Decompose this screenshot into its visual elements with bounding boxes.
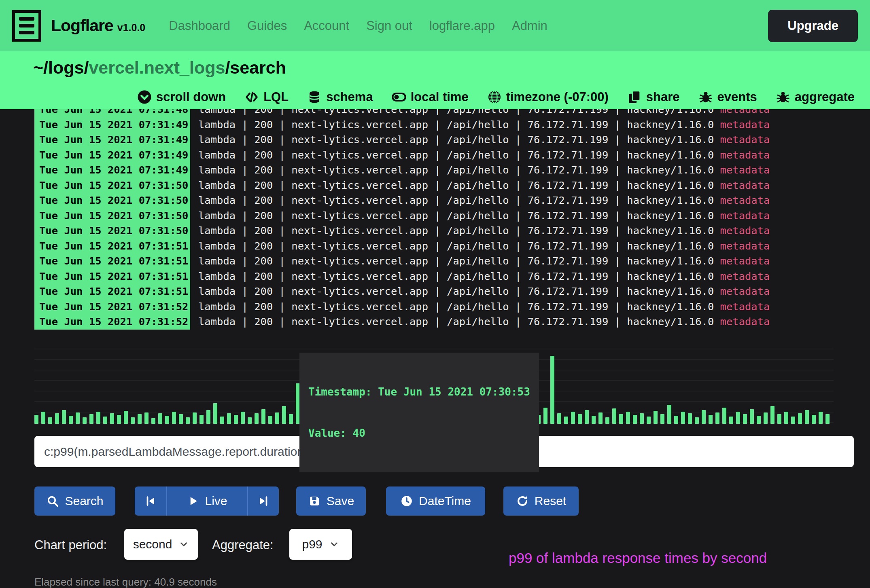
log-row[interactable]: Tue Jun 15 2021 07:31:49lambda | 200 | n… — [34, 117, 840, 133]
log-timestamp: Tue Jun 15 2021 07:31:50 — [34, 178, 190, 193]
chart-period-value: second — [133, 537, 172, 551]
nav-link-sign-out[interactable]: Sign out — [366, 19, 412, 33]
log-row[interactable]: Tue Jun 15 2021 07:31:50lambda | 200 | n… — [34, 178, 840, 193]
chart-bar — [213, 403, 217, 424]
log-row-body: lambda | 200 | next-lytics.vercel.app | … — [198, 163, 770, 178]
log-timestamp: Tue Jun 15 2021 07:31:50 — [34, 223, 190, 239]
log-row[interactable]: Tue Jun 15 2021 07:31:51lambda | 200 | n… — [34, 284, 840, 299]
nav-link-guides[interactable]: Guides — [247, 19, 287, 33]
chart-bar — [660, 414, 664, 424]
reset-button[interactable]: Reset — [503, 486, 579, 516]
chart-bar — [709, 415, 713, 424]
log-row[interactable]: Tue Jun 15 2021 07:31:49lambda | 200 | n… — [34, 163, 840, 178]
chart-bar — [825, 414, 830, 424]
nav-link-dashboard[interactable]: Dashboard — [169, 19, 230, 33]
toolbar-item-schema[interactable]: schema — [307, 90, 373, 104]
logflare-logo-icon[interactable] — [12, 10, 41, 42]
log-row[interactable]: Tue Jun 15 2021 07:31:50lambda | 200 | n… — [34, 208, 840, 224]
chart-tooltip: Timestamp: Tue Jun 15 2021 07:30:53 Valu… — [299, 353, 539, 472]
toolbar-item-aggregate[interactable]: aggregate — [776, 90, 855, 104]
toolbar-item-scroll-down[interactable]: scroll down — [137, 90, 226, 104]
metadata-link[interactable]: metadata — [720, 240, 770, 252]
skip-to-start-button[interactable] — [135, 486, 166, 516]
nav-link-admin[interactable]: Admin — [512, 19, 547, 33]
metadata-link[interactable]: metadata — [720, 179, 770, 191]
chart-bar — [784, 412, 788, 424]
chart-bar — [206, 410, 210, 424]
metadata-link[interactable]: metadata — [720, 109, 770, 115]
metadata-link[interactable]: metadata — [720, 270, 770, 282]
chart-bar — [41, 412, 45, 424]
log-timestamp: Tue Jun 15 2021 07:31:48 — [34, 109, 190, 117]
chart-bar — [743, 414, 747, 424]
search-toolbar: scroll downLQLschemalocal timetimezone (… — [137, 90, 855, 104]
chart-bar — [812, 415, 816, 424]
nav-link-logflare-app[interactable]: logflare.app — [429, 19, 495, 33]
log-timestamp: Tue Jun 15 2021 07:31:51 — [34, 284, 190, 299]
live-button[interactable]: Live — [166, 486, 247, 516]
log-row[interactable]: Tue Jun 15 2021 07:31:51lambda | 200 | n… — [34, 269, 840, 284]
log-row-body: lambda | 200 | next-lytics.vercel.app | … — [198, 284, 770, 299]
log-row[interactable]: Tue Jun 15 2021 07:31:52lambda | 200 | n… — [34, 314, 840, 330]
search-icon — [46, 495, 59, 508]
chart-bar — [543, 408, 547, 424]
metadata-link[interactable]: metadata — [720, 315, 770, 328]
upgrade-button[interactable]: Upgrade — [768, 10, 858, 42]
toolbar-item-share[interactable]: share — [627, 90, 680, 104]
metadata-link[interactable]: metadata — [720, 133, 770, 146]
breadcrumb-source[interactable]: vercel.next_logs — [89, 58, 225, 77]
log-row[interactable]: Tue Jun 15 2021 07:31:51lambda | 200 | n… — [34, 239, 840, 254]
log-row[interactable]: Tue Jun 15 2021 07:31:50lambda | 200 | n… — [34, 193, 840, 208]
log-row-body: lambda | 200 | next-lytics.vercel.app | … — [198, 117, 770, 133]
search-button[interactable]: Search — [34, 486, 115, 516]
chart-bar — [179, 414, 183, 424]
log-row[interactable]: Tue Jun 15 2021 07:31:50lambda | 200 | n… — [34, 223, 840, 239]
log-timestamp: Tue Jun 15 2021 07:31:51 — [34, 254, 190, 269]
log-row[interactable]: Tue Jun 15 2021 07:31:52lambda | 200 | n… — [34, 299, 840, 315]
toolbar-item-lql[interactable]: LQL — [244, 90, 289, 104]
metadata-link[interactable]: metadata — [720, 300, 770, 313]
metadata-link[interactable]: metadata — [720, 118, 770, 131]
chart-bar — [688, 413, 692, 424]
toolbar-item-timezone-07-00[interactable]: timezone (-07:00) — [487, 90, 609, 104]
chart-bar — [199, 415, 204, 424]
chart-bar — [151, 418, 155, 424]
metadata-link[interactable]: metadata — [720, 149, 770, 161]
log-row-body: lambda | 200 | next-lytics.vercel.app | … — [198, 193, 770, 208]
log-row[interactable]: Tue Jun 15 2021 07:31:48lambda | 200 | n… — [34, 109, 840, 117]
live-button-group: Live — [135, 486, 279, 516]
toolbar-item-label: events — [717, 90, 757, 104]
log-row[interactable]: Tue Jun 15 2021 07:31:51lambda | 200 | n… — [34, 254, 840, 269]
globe-icon — [487, 90, 502, 104]
metadata-link[interactable]: metadata — [720, 194, 770, 206]
chart-bar — [798, 413, 802, 424]
aggregate-select[interactable]: p99 — [289, 529, 352, 560]
breadcrumb-prefix: ~/logs/ — [33, 58, 89, 77]
chart-bar — [255, 413, 259, 424]
metadata-link[interactable]: metadata — [720, 209, 770, 222]
chart-bar — [667, 405, 671, 424]
metadata-link[interactable]: metadata — [720, 164, 770, 176]
chart-bar — [268, 416, 272, 424]
log-row[interactable]: Tue Jun 15 2021 07:31:49lambda | 200 | n… — [34, 148, 840, 163]
save-button[interactable]: Save — [296, 486, 366, 516]
toolbar-item-local-time[interactable]: local time — [392, 90, 469, 104]
skip-to-end-button[interactable] — [247, 486, 279, 516]
toolbar-item-events[interactable]: events — [698, 90, 757, 104]
metadata-link[interactable]: metadata — [720, 285, 770, 297]
metadata-link[interactable]: metadata — [720, 255, 770, 267]
log-row[interactable]: Tue Jun 15 2021 07:31:49lambda | 200 | n… — [34, 132, 840, 148]
chart-bar — [220, 417, 224, 424]
log-row-body: lambda | 200 | next-lytics.vercel.app | … — [198, 269, 770, 284]
chart-bar — [248, 417, 252, 424]
chart-bar — [117, 415, 121, 424]
log-row-body: lambda | 200 | next-lytics.vercel.app | … — [198, 148, 770, 163]
chart-note: p99 of lambda response times by second — [509, 550, 767, 566]
nav-link-account[interactable]: Account — [304, 19, 349, 33]
datetime-button[interactable]: DateTime — [386, 486, 485, 516]
metadata-link[interactable]: metadata — [720, 224, 770, 237]
chart-bar — [819, 412, 823, 424]
chart-bar — [647, 417, 651, 424]
chart-bar — [131, 417, 135, 424]
chart-period-select[interactable]: second — [124, 529, 198, 560]
